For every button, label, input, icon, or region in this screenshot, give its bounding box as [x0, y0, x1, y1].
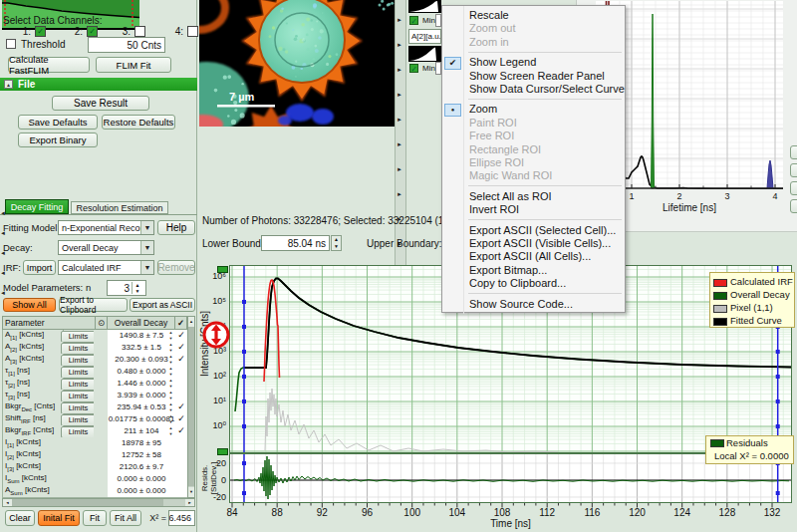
menu-item-show-data-cursor-select-curve[interactable]: Show Data Cursor/Select Curve: [442, 83, 625, 96]
export-to-clipboard-button[interactable]: Export to Clipboard: [59, 298, 128, 312]
channel-histogram-thumbnail[interactable]: [408, 0, 441, 13]
plot-handle[interactable]: [217, 448, 228, 455]
splitter-arrow-icon[interactable]: ►: [397, 190, 404, 198]
collapse-arrow-icon[interactable]: ◄: [0, 269, 6, 277]
side-panel-button[interactable]: [790, 199, 797, 213]
channel-min-checkbox[interactable]: ✓: [409, 16, 418, 25]
link-icon[interactable]: ⊙: [96, 316, 108, 330]
menu-item-zoom[interactable]: Zoom●: [442, 103, 625, 116]
menu-item-show-screen-reader-panel[interactable]: Show Screen Reader Panel: [442, 70, 625, 83]
initial-fit-button[interactable]: Inital Fit: [38, 510, 80, 526]
menu-item-free-roi[interactable]: Free ROI: [442, 130, 625, 142]
menu-item-copy-to-clipboard[interactable]: Copy to Clipboard...: [442, 277, 625, 290]
spinner-icon[interactable]: ▲▼: [166, 390, 175, 401]
menu-item-show-legend[interactable]: Show Legend✔: [442, 56, 625, 69]
menu-item-export-ascii-visible-cells[interactable]: Export ASCII (Visible Cells)...: [442, 237, 625, 250]
menu-item-zoom-in[interactable]: Zoom in: [442, 36, 625, 49]
help-button[interactable]: Help: [157, 220, 195, 235]
spinner-icon[interactable]: ▲▼: [166, 330, 175, 342]
model-parameters-stepper[interactable]: 3 ▲▼: [107, 280, 146, 296]
panel-collapse-arrows[interactable]: ◄◄◄◄◄: [0, 209, 6, 319]
tab-resolution-estimation[interactable]: Resolution Estimation: [71, 201, 168, 214]
collapse-arrow-icon[interactable]: ◄: [0, 289, 6, 297]
fit-button[interactable]: Fit: [83, 510, 107, 526]
irf-remove-button[interactable]: Remove: [157, 260, 195, 275]
clear-button[interactable]: Clear: [5, 510, 35, 526]
lower-boundary-field[interactable]: 85.04 ns: [261, 235, 330, 251]
menu-item-export-bitmap[interactable]: Export Bitmap...: [442, 264, 625, 277]
chevron-down-icon[interactable]: ▼: [140, 221, 153, 234]
spinner-icon[interactable]: ▲▼: [132, 282, 142, 294]
splitter-arrow-icon[interactable]: ►: [397, 140, 404, 148]
menu-item-invert-roi[interactable]: Invert ROI: [442, 203, 625, 216]
restore-defaults-button[interactable]: Restore Defaults: [102, 115, 175, 130]
plot-handle[interactable]: [217, 266, 228, 273]
export-binary-button[interactable]: Export Binary: [18, 133, 98, 147]
collapse-arrow-icon[interactable]: ◄: [0, 209, 6, 217]
scroll-up-icon[interactable]: ▲: [188, 317, 194, 327]
spinner-icon[interactable]: ▲▼: [166, 425, 175, 437]
spinner-icon[interactable]: ▲▼: [166, 342, 175, 354]
collapse-arrow-icon[interactable]: ◄: [0, 249, 6, 257]
splitter-arrow-icon[interactable]: ►: [397, 16, 404, 24]
axis-pan-icon[interactable]: [201, 319, 231, 351]
parameter-value[interactable]: 0.000 ± 0.000: [108, 485, 176, 498]
tab-decay-fitting[interactable]: Decay Fitting: [5, 199, 69, 214]
menu-item-export-ascii-selected-cell[interactable]: Export ASCII (Selected Cell)...: [442, 224, 625, 237]
calculate-fastflim-button[interactable]: Calculate FastFLIM: [8, 57, 90, 73]
collapse-arrow-icon[interactable]: ◄: [0, 229, 6, 237]
side-panel-button[interactable]: [790, 181, 797, 195]
menu-item-select-all-as-roi[interactable]: Select All as ROI: [442, 190, 625, 203]
channel-checkbox[interactable]: [134, 26, 145, 37]
channel-min-checkbox[interactable]: ✓: [409, 64, 418, 73]
export-as-ascii-button[interactable]: Export as ASCII: [130, 298, 195, 312]
save-result-button[interactable]: Save Result: [52, 96, 149, 111]
decay-dropdown[interactable]: Overall Decay ▼: [58, 240, 154, 255]
chevron-down-icon[interactable]: ▼: [140, 261, 153, 274]
channel-checkbox[interactable]: [187, 26, 198, 37]
irf-dropdown[interactable]: Calculated IRF ▼: [58, 260, 154, 275]
show-all-button[interactable]: Show All: [3, 298, 56, 312]
side-panel-button[interactable]: [790, 163, 797, 177]
save-defaults-button[interactable]: Save Defaults: [18, 115, 98, 130]
table-horizontal-scrollbar[interactable]: ◄ ►: [2, 498, 195, 507]
menu-item-zoom-out[interactable]: Zoom out: [442, 22, 625, 35]
splitter-arrow-icon[interactable]: ►: [397, 91, 404, 99]
collapse-icon[interactable]: ▲: [4, 80, 13, 89]
spinner-icon[interactable]: ▲▼: [166, 354, 175, 366]
splitter-arrow-icon[interactable]: ►: [397, 66, 404, 74]
threshold-checkbox[interactable]: [6, 39, 16, 49]
channel-checkbox[interactable]: ✓: [87, 26, 98, 37]
scroll-down-icon[interactable]: ▼: [188, 487, 194, 497]
file-section-header[interactable]: ▲ File: [0, 78, 197, 91]
splitter-arrow-icon[interactable]: ►: [397, 165, 404, 173]
fitting-model-dropdown[interactable]: n-Exponential Reconvolution ▼: [58, 220, 154, 235]
side-panel-button[interactable]: [790, 145, 797, 159]
flim-fit-button[interactable]: FLIM Fit: [96, 57, 171, 73]
scroll-left-icon[interactable]: ◄: [3, 499, 12, 506]
chevron-down-icon[interactable]: ▼: [140, 241, 153, 254]
menu-item-magic-wand-roi[interactable]: Magic Wand ROI: [442, 169, 625, 182]
threshold-value-field[interactable]: 50 Cnts: [88, 37, 165, 53]
microscopy-image[interactable]: 7 µm: [199, 0, 395, 127]
menu-item-rectangle-roi[interactable]: Rectangle ROI: [442, 143, 625, 156]
channel-checkbox[interactable]: ✓: [35, 26, 46, 37]
splitter-arrow-icon[interactable]: ►: [397, 116, 404, 124]
menu-item-export-ascii-all-cells[interactable]: Export ASCII (All Cells)...: [442, 250, 625, 263]
menu-item-rescale[interactable]: Rescale: [442, 9, 625, 22]
irf-import-button[interactable]: Import: [23, 260, 56, 275]
scroll-thumb[interactable]: [12, 499, 163, 506]
fit-all-button[interactable]: Fit All: [110, 510, 141, 526]
channel-histogram-thumbnail[interactable]: [408, 46, 441, 62]
scroll-right-icon[interactable]: ►: [185, 499, 194, 506]
spinner-icon[interactable]: ▲▼: [331, 235, 342, 251]
table-vertical-scrollbar[interactable]: ▲ ▼: [187, 316, 195, 498]
menu-item-show-source-code[interactable]: Show Source Code...: [442, 298, 625, 311]
menu-item-ellipse-roi[interactable]: Ellipse ROI: [442, 156, 625, 169]
splitter-arrow-icon[interactable]: ►: [397, 41, 404, 49]
spinner-icon[interactable]: ▲▼: [166, 413, 175, 425]
menu-item-paint-roi[interactable]: Paint ROI: [442, 117, 625, 130]
spinner-icon[interactable]: ▲▼: [166, 366, 175, 378]
scroll-thumb[interactable]: [188, 327, 194, 486]
spinner-icon[interactable]: ▲▼: [166, 401, 175, 413]
